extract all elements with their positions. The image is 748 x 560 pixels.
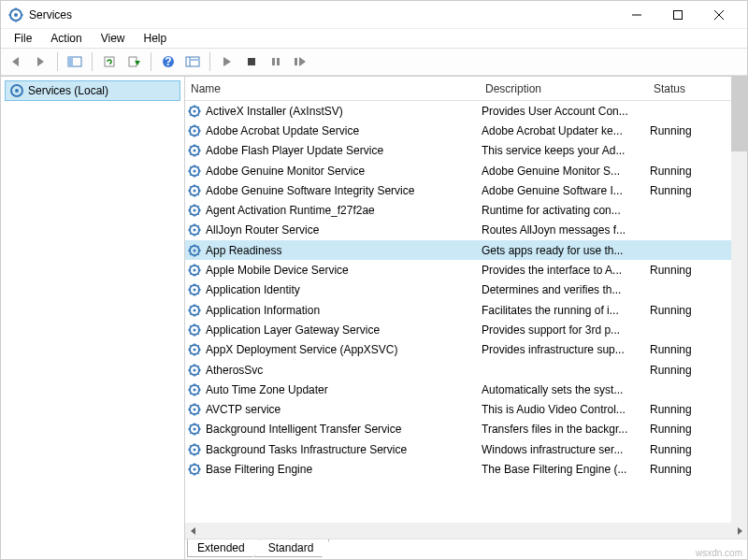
service-row[interactable]: Background Intelligent Transfer ServiceT… bbox=[185, 420, 731, 439]
service-row[interactable]: AtherosSvcRunning bbox=[185, 360, 731, 380]
menu-action[interactable]: Action bbox=[43, 30, 89, 47]
gear-icon bbox=[187, 342, 202, 357]
show-hide-tree-button[interactable] bbox=[64, 50, 86, 73]
horizontal-scrollbar[interactable] bbox=[185, 523, 747, 538]
service-name: AtherosSvc bbox=[206, 364, 482, 377]
svg-point-61 bbox=[194, 169, 196, 172]
close-button[interactable] bbox=[698, 1, 740, 29]
gear-icon bbox=[187, 183, 202, 198]
svg-point-201 bbox=[194, 448, 196, 451]
svg-text:?: ? bbox=[165, 55, 171, 68]
service-description: Gets apps ready for use th... bbox=[482, 244, 650, 257]
service-row[interactable]: AllJoyn Router ServiceRoutes AllJoyn mes… bbox=[185, 221, 731, 240]
service-row[interactable]: Application Layer Gateway ServiceProvide… bbox=[185, 320, 731, 339]
minimize-button[interactable] bbox=[616, 1, 657, 29]
service-row[interactable]: AppX Deployment Service (AppXSVC)Provide… bbox=[185, 340, 731, 360]
service-status: Running bbox=[650, 264, 706, 277]
restart-service-button[interactable] bbox=[289, 50, 311, 73]
scroll-right-icon[interactable] bbox=[731, 523, 747, 538]
service-row[interactable]: Adobe Genuine Software Integrity Service… bbox=[185, 180, 731, 200]
start-service-button[interactable] bbox=[216, 50, 238, 73]
svg-point-31 bbox=[194, 109, 196, 112]
service-row[interactable]: Application InformationFacilitates the r… bbox=[185, 300, 731, 320]
export-list-button[interactable] bbox=[122, 50, 145, 73]
scroll-left-icon[interactable] bbox=[185, 523, 201, 538]
svg-marker-220 bbox=[191, 527, 195, 535]
service-description: Provides support for 3rd p... bbox=[482, 323, 650, 337]
service-description: Facilitates the running of i... bbox=[482, 304, 650, 317]
properties-button[interactable] bbox=[181, 50, 204, 73]
column-description[interactable]: Description bbox=[480, 82, 648, 95]
svg-rect-26 bbox=[295, 58, 297, 65]
service-name: Adobe Genuine Software Integrity Service bbox=[206, 184, 482, 197]
column-headers: Name Description Status bbox=[185, 77, 731, 101]
help-button[interactable]: ? bbox=[157, 50, 180, 73]
service-row[interactable]: Base Filtering EngineThe Base Filtering … bbox=[185, 459, 731, 479]
tree-item-services-local[interactable]: Services (Local) bbox=[5, 80, 180, 101]
service-status: Running bbox=[650, 184, 706, 197]
service-status: Running bbox=[650, 165, 706, 178]
service-row[interactable]: Adobe Acrobat Update ServiceAdobe Acroba… bbox=[185, 121, 731, 140]
back-button[interactable] bbox=[5, 50, 27, 73]
svg-point-171 bbox=[194, 388, 196, 391]
toolbar-separator bbox=[209, 52, 210, 71]
vertical-scrollbar[interactable] bbox=[731, 77, 747, 523]
pause-service-button[interactable] bbox=[265, 50, 287, 73]
maximize-button[interactable] bbox=[657, 1, 698, 29]
gear-icon bbox=[187, 203, 202, 218]
stop-service-button[interactable] bbox=[240, 50, 263, 73]
tree-pane: Services (Local) bbox=[1, 77, 185, 559]
gear-icon bbox=[187, 462, 202, 477]
svg-point-71 bbox=[194, 189, 196, 192]
svg-rect-23 bbox=[248, 58, 255, 65]
service-description: Runtime for activating con... bbox=[482, 204, 650, 217]
svg-rect-13 bbox=[68, 57, 73, 66]
svg-marker-22 bbox=[223, 57, 231, 66]
service-description: This service keeps your Ad... bbox=[482, 144, 650, 157]
service-row[interactable]: Adobe Flash Player Update ServiceThis se… bbox=[185, 141, 731, 161]
service-name: Application Layer Gateway Service bbox=[206, 323, 482, 337]
services-icon bbox=[9, 83, 24, 98]
service-row[interactable]: ActiveX Installer (AxInstSV)Provides Use… bbox=[185, 101, 731, 121]
column-name[interactable]: Name bbox=[185, 82, 480, 95]
refresh-button[interactable] bbox=[98, 50, 121, 73]
column-status[interactable]: Status bbox=[648, 82, 713, 95]
service-row[interactable]: Adobe Genuine Monitor ServiceAdobe Genui… bbox=[185, 161, 731, 180]
svg-rect-7 bbox=[674, 10, 683, 19]
service-status: Running bbox=[650, 364, 706, 377]
titlebar: Services bbox=[1, 1, 747, 29]
tree-item-label: Services (Local) bbox=[28, 84, 108, 97]
scrollbar-thumb[interactable] bbox=[731, 77, 747, 151]
service-row[interactable]: App ReadinessGets apps ready for use th.… bbox=[185, 240, 731, 260]
gear-icon bbox=[187, 382, 202, 397]
service-row[interactable]: AVCTP serviceThis is Audio Video Control… bbox=[185, 399, 731, 419]
menu-file[interactable]: File bbox=[7, 30, 39, 47]
svg-rect-21 bbox=[191, 59, 198, 61]
service-name: Auto Time Zone Updater bbox=[206, 383, 482, 396]
gear-icon bbox=[187, 164, 202, 179]
service-row[interactable]: Apple Mobile Device ServiceProvides the … bbox=[185, 260, 731, 280]
svg-point-131 bbox=[194, 309, 196, 311]
gear-icon bbox=[187, 323, 202, 337]
forward-button[interactable] bbox=[29, 50, 51, 73]
gear-icon bbox=[187, 123, 202, 138]
tab-extended[interactable]: Extended bbox=[187, 539, 261, 557]
service-description: Determines and verifies th... bbox=[482, 283, 650, 296]
svg-rect-25 bbox=[277, 58, 280, 65]
menu-view[interactable]: View bbox=[94, 30, 133, 47]
menu-help[interactable]: Help bbox=[137, 30, 175, 47]
service-row[interactable]: Auto Time Zone UpdaterAutomatically sets… bbox=[185, 380, 731, 399]
service-row[interactable]: Agent Activation Runtime_f27f2aeRuntime … bbox=[185, 200, 731, 220]
service-description: Routes AllJoyn messages f... bbox=[482, 223, 650, 237]
service-status: Running bbox=[650, 463, 706, 476]
service-description: Provides User Account Con... bbox=[482, 105, 650, 118]
svg-marker-27 bbox=[299, 57, 306, 66]
gear-icon bbox=[187, 223, 202, 237]
service-row[interactable]: Background Tasks Infrastructure ServiceW… bbox=[185, 439, 731, 459]
service-name: AllJoyn Router Service bbox=[206, 223, 482, 237]
gear-icon bbox=[187, 303, 202, 318]
svg-marker-10 bbox=[12, 57, 19, 66]
tab-standard[interactable]: Standard bbox=[254, 539, 330, 557]
service-row[interactable]: Application IdentityDetermines and verif… bbox=[185, 280, 731, 300]
svg-point-191 bbox=[194, 428, 196, 431]
